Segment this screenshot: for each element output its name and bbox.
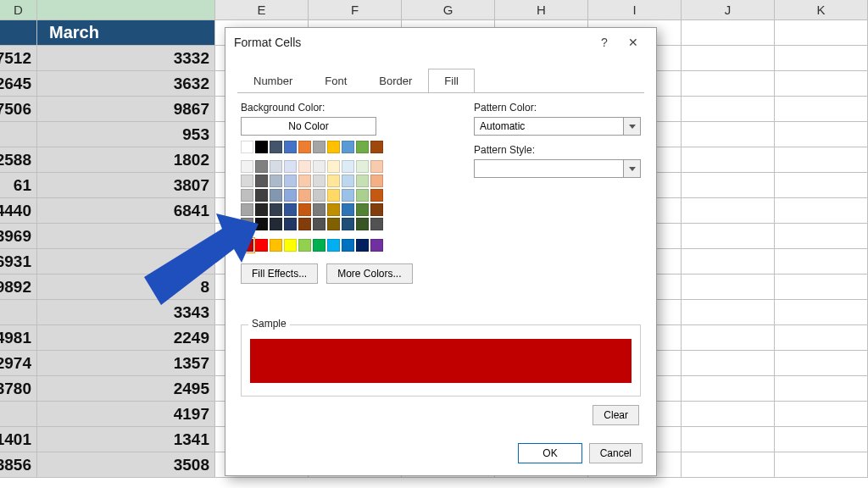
- cell-d[interactable]: 1401: [0, 427, 37, 452]
- color-swatch[interactable]: [270, 239, 282, 252]
- cell-d[interactable]: 9892: [0, 274, 37, 300]
- cell-blank[interactable]: [775, 402, 868, 427]
- cell-d[interactable]: 6931: [0, 249, 37, 274]
- cell-d[interactable]: 3969: [0, 224, 37, 249]
- color-swatch[interactable]: [255, 160, 268, 173]
- color-swatch[interactable]: [241, 239, 253, 252]
- color-swatch[interactable]: [342, 175, 354, 187]
- pattern-color-chevron[interactable]: [624, 117, 641, 136]
- cell-header-d[interactable]: [0, 20, 37, 46]
- cell-blank[interactable]: [682, 122, 775, 147]
- cell-blank[interactable]: [775, 351, 868, 376]
- color-swatch[interactable]: [270, 160, 282, 173]
- color-swatch[interactable]: [255, 141, 268, 153]
- color-swatch[interactable]: [270, 218, 282, 230]
- color-swatch[interactable]: [327, 141, 340, 153]
- cell-blank[interactable]: [775, 325, 868, 351]
- color-swatch[interactable]: [313, 175, 326, 187]
- cell-e[interactable]: 3807: [37, 173, 215, 198]
- cell-blank[interactable]: [682, 325, 775, 351]
- col-header-f[interactable]: F: [309, 0, 402, 19]
- color-swatch[interactable]: [342, 189, 354, 202]
- cell-d[interactable]: [0, 122, 37, 147]
- color-swatch[interactable]: [342, 239, 354, 252]
- color-swatch[interactable]: [241, 141, 253, 153]
- col-header-e-gutter[interactable]: [37, 0, 215, 19]
- cell-blank[interactable]: [682, 452, 775, 478]
- cell-blank[interactable]: [682, 249, 775, 274]
- color-swatch[interactable]: [342, 218, 354, 230]
- cell-blank[interactable]: [775, 198, 868, 224]
- cell-d[interactable]: 7512: [0, 46, 37, 71]
- color-swatch[interactable]: [284, 218, 297, 230]
- color-swatch[interactable]: [356, 160, 369, 173]
- color-swatch[interactable]: [270, 141, 282, 153]
- pattern-style-dropdown[interactable]: [474, 159, 641, 178]
- color-swatch[interactable]: [327, 175, 340, 187]
- color-swatch[interactable]: [298, 160, 311, 173]
- fill-effects-button[interactable]: Fill Effects...: [241, 263, 318, 284]
- color-swatch[interactable]: [255, 189, 268, 202]
- color-swatch[interactable]: [298, 189, 311, 202]
- cell-blank[interactable]: [775, 71, 868, 97]
- color-swatch[interactable]: [298, 203, 311, 216]
- cell-blank[interactable]: [682, 427, 775, 452]
- cell-blank[interactable]: [775, 122, 868, 147]
- tab-font[interactable]: Font: [309, 69, 363, 93]
- cell-blank[interactable]: [775, 46, 868, 71]
- cell-d[interactable]: 61: [0, 173, 37, 198]
- color-swatch[interactable]: [284, 203, 297, 216]
- cell-blank[interactable]: [682, 376, 775, 402]
- color-swatch[interactable]: [327, 239, 340, 252]
- color-swatch[interactable]: [342, 141, 354, 153]
- color-swatch[interactable]: [356, 175, 369, 187]
- cell-blank[interactable]: [682, 147, 775, 173]
- cell-blank[interactable]: [682, 97, 775, 122]
- color-swatch[interactable]: [356, 189, 369, 202]
- cell-blank[interactable]: [682, 71, 775, 97]
- cell-d[interactable]: [0, 402, 37, 427]
- tab-fill[interactable]: Fill: [428, 69, 475, 93]
- color-swatch[interactable]: [298, 218, 311, 230]
- cell-blank[interactable]: [775, 173, 868, 198]
- cell-blank[interactable]: [682, 300, 775, 325]
- color-swatch[interactable]: [270, 189, 282, 202]
- color-swatch[interactable]: [255, 239, 268, 252]
- color-swatch[interactable]: [241, 175, 253, 187]
- col-header-j[interactable]: J: [682, 0, 775, 19]
- color-swatch[interactable]: [356, 203, 369, 216]
- color-swatch[interactable]: [284, 141, 297, 153]
- col-header-i[interactable]: I: [588, 0, 682, 19]
- color-swatch[interactable]: [327, 218, 340, 230]
- color-swatch[interactable]: [370, 203, 383, 216]
- cell-e[interactable]: 1357: [37, 351, 215, 376]
- cell-blank[interactable]: [682, 46, 775, 71]
- color-swatch[interactable]: [298, 141, 311, 153]
- cell-e[interactable]: 9867: [37, 97, 215, 122]
- color-swatch[interactable]: [241, 189, 253, 202]
- color-swatch[interactable]: [370, 160, 383, 173]
- cell-e[interactable]: 1341: [37, 427, 215, 452]
- color-swatch[interactable]: [313, 160, 326, 173]
- cell-e[interactable]: 8: [37, 274, 215, 300]
- color-swatch[interactable]: [284, 189, 297, 202]
- color-swatch[interactable]: [270, 175, 282, 187]
- cell-blank[interactable]: [682, 402, 775, 427]
- color-swatch[interactable]: [313, 189, 326, 202]
- cell-blank[interactable]: [775, 249, 868, 274]
- color-swatch[interactable]: [241, 203, 253, 216]
- close-button[interactable]: ✕: [619, 30, 648, 54]
- color-swatch[interactable]: [327, 203, 340, 216]
- cell-blank[interactable]: [775, 376, 868, 402]
- color-swatch[interactable]: [370, 189, 383, 202]
- pattern-style-chevron[interactable]: [624, 159, 641, 178]
- tab-border[interactable]: Border: [363, 69, 428, 93]
- cell-blank[interactable]: [682, 20, 775, 46]
- color-swatch[interactable]: [327, 189, 340, 202]
- color-swatch[interactable]: [370, 141, 383, 153]
- color-swatch[interactable]: [255, 218, 268, 230]
- cell-e[interactable]: 6841: [37, 198, 215, 224]
- cell-d[interactable]: 2974: [0, 351, 37, 376]
- cell-blank[interactable]: [775, 452, 868, 478]
- cell-blank[interactable]: [682, 173, 775, 198]
